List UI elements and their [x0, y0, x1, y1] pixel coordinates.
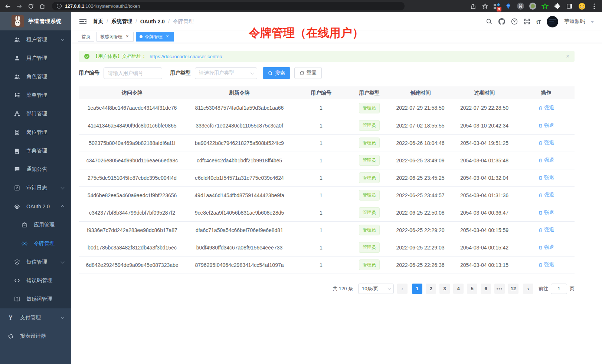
tab-close-icon[interactable]: × — [165, 34, 170, 39]
recorder-extension-icon[interactable] — [529, 3, 536, 10]
prev-page-button[interactable]: ‹ — [397, 284, 408, 294]
github-icon[interactable] — [498, 18, 505, 25]
sidebar-toggle-icon[interactable] — [566, 3, 573, 10]
sidebar-menu-item[interactable]: 错误码管理 — [0, 271, 71, 290]
pagination-bar: 共 120 条 10条/页 ‹ 123456•••12 › 前往 页 — [79, 284, 575, 294]
search-button[interactable]: 搜索 — [263, 67, 290, 79]
browser-menu-kebab-icon[interactable] — [591, 3, 598, 10]
site-info-icon[interactable] — [56, 3, 62, 9]
force-logout-link[interactable]: 强退 — [538, 192, 554, 198]
help-icon[interactable] — [511, 18, 518, 25]
share-icon[interactable] — [470, 3, 477, 10]
sidebar-menu-item[interactable]: 应用管理 — [0, 216, 71, 234]
cell-access-token: 54d6be82ee5a460a9aedc1f9bf223656 — [79, 186, 186, 204]
view-tab[interactable]: 敏感词管理 × — [96, 32, 134, 42]
sidebar-menu-item[interactable]: 字典管理 — [0, 142, 71, 160]
sidebar-menu-item[interactable]: 用户管理 — [0, 49, 71, 67]
sidebar-menu-item[interactable]: 短信管理 — [0, 253, 71, 271]
delete-icon — [538, 210, 543, 215]
submenu-arrow-icon — [61, 315, 65, 319]
page-number-button[interactable]: 2 — [426, 284, 436, 294]
sidebar-menu-item[interactable]: 审计日志 — [0, 179, 71, 197]
table-row: 6d842e2924594de9a09e45e087323abe 8796295… — [79, 256, 575, 274]
app-logo-row[interactable]: 芋道管理系统 — [0, 12, 71, 30]
force-logout-link[interactable]: 强退 — [538, 174, 554, 181]
header-search-icon[interactable] — [486, 18, 493, 25]
view-tab[interactable]: 令牌管理 × — [136, 32, 174, 42]
star-extension-icon[interactable] — [542, 3, 549, 10]
page-number-button[interactable]: 6 — [481, 284, 491, 294]
force-logout-link[interactable]: 强退 — [538, 139, 554, 146]
page-size-select[interactable]: 10条/页 — [358, 284, 394, 294]
gem-extension-icon[interactable] — [505, 3, 512, 10]
sidebar-menu-item[interactable]: 岗位管理 — [0, 123, 71, 142]
cell-expire-time: 2054-03-04 01:32:04 — [451, 169, 518, 186]
chevron-down-icon — [387, 286, 391, 290]
table-row: 41c41346a548490f9dc8b01c6bfe0865 333ecfc… — [79, 117, 575, 134]
sidebar-menu-item[interactable]: 令牌管理 — [0, 234, 71, 253]
breadcrumb-item[interactable]: 令牌管理 — [173, 18, 194, 25]
view-tab[interactable]: 首页 × — [78, 32, 94, 42]
column-header: 操作 — [518, 86, 575, 99]
delete-icon — [538, 245, 543, 250]
cell-access-token: f9336e7c7dd242a283ee98dc86b17a87 — [79, 221, 186, 239]
browser-reload-icon[interactable] — [27, 3, 34, 10]
goto-page-input[interactable] — [551, 284, 567, 294]
user-avatar[interactable] — [547, 16, 558, 27]
fullscreen-icon[interactable] — [524, 18, 530, 25]
sidebar-menu-item[interactable]: 通知公告 — [0, 160, 71, 179]
address-bar[interactable]: 127.0.0.1:1024/system/oauth2/token — [52, 2, 405, 10]
page-number-button[interactable]: 5 — [467, 284, 477, 294]
delete-icon — [538, 140, 543, 145]
page-number-button[interactable]: 12 — [508, 284, 518, 294]
sidebar-collapse-icon[interactable] — [79, 19, 86, 24]
active-tab-dot — [140, 35, 143, 38]
cell-refresh-token: dfa6c71a50a54c66bef706ef9e6e8d81 — [186, 221, 293, 239]
username[interactable]: 芋道源码 — [564, 18, 585, 25]
doc-link[interactable]: https://doc.iocoder.cn/user-center/ — [150, 54, 222, 59]
font-size-icon[interactable]: tT — [536, 19, 541, 25]
sidebar-menu-item[interactable]: 敏感词管理 — [0, 290, 71, 308]
user-id-input[interactable] — [104, 67, 162, 79]
breadcrumb-item[interactable]: 系统管理 — [111, 18, 132, 25]
bookmark-star-icon[interactable] — [482, 3, 488, 10]
command-extension-icon[interactable]: ⌘ — [517, 3, 524, 10]
force-logout-link[interactable]: 强退 — [538, 261, 554, 268]
extensions-puzzle-icon[interactable] — [554, 3, 561, 10]
force-logout-link[interactable]: 强退 — [538, 105, 554, 111]
browser-home-icon[interactable] — [39, 3, 46, 10]
browser-back-icon[interactable] — [4, 3, 11, 10]
page-number-button[interactable]: 1 — [412, 284, 422, 294]
user-menu-caret-icon[interactable] — [591, 21, 594, 24]
sidebar-menu-item[interactable]: 部门管理 — [0, 105, 71, 123]
emoji-extension-icon[interactable] — [578, 3, 586, 10]
sidebar-menu-item[interactable]: 报表设计器 — [0, 327, 71, 345]
breadcrumb-item[interactable]: OAuth 2.0 — [140, 19, 165, 24]
next-page-button[interactable]: › — [523, 284, 533, 294]
delete-icon — [538, 193, 543, 198]
reset-button[interactable]: 重置 — [294, 67, 322, 79]
sidebar-menu-item[interactable]: OAuth 2.0 — [0, 197, 71, 216]
delete-icon — [538, 158, 543, 163]
sidebar-menu-item[interactable]: 租户管理 — [0, 30, 71, 49]
cell-created-time: 2022-06-25 22:26:36 — [390, 256, 451, 274]
force-logout-link[interactable]: 强退 — [538, 244, 554, 251]
page-number-button[interactable]: 4 — [453, 284, 464, 294]
force-logout-link[interactable]: 强退 — [538, 226, 554, 233]
breadcrumb-item[interactable]: 首页 — [93, 18, 103, 25]
force-logout-link[interactable]: 强退 — [538, 157, 554, 163]
sidebar-menu-item[interactable]: 角色管理 — [0, 67, 71, 86]
annotation-token-management: 令牌管理（在线用户） — [249, 25, 364, 41]
page-number-button[interactable]: ••• — [494, 284, 505, 294]
sidebar-menu-item[interactable]: ¥ 支付管理 — [0, 308, 71, 327]
sidebar-menu-item[interactable]: 菜单管理 — [0, 86, 71, 105]
user-type-select[interactable]: 请选择用户类型 — [195, 67, 257, 79]
pixel-extension-icon[interactable]: 9 — [494, 3, 500, 9]
notice-close-icon[interactable]: × — [566, 53, 569, 59]
browser-forward-icon[interactable] — [16, 3, 23, 10]
force-logout-link[interactable]: 强退 — [538, 209, 554, 216]
force-logout-link[interactable]: 强退 — [538, 122, 554, 129]
cell-expire-time: 2054-03-10 20:42:34 — [451, 117, 518, 134]
tab-close-icon[interactable]: × — [125, 34, 130, 39]
page-number-button[interactable]: 3 — [439, 284, 450, 294]
